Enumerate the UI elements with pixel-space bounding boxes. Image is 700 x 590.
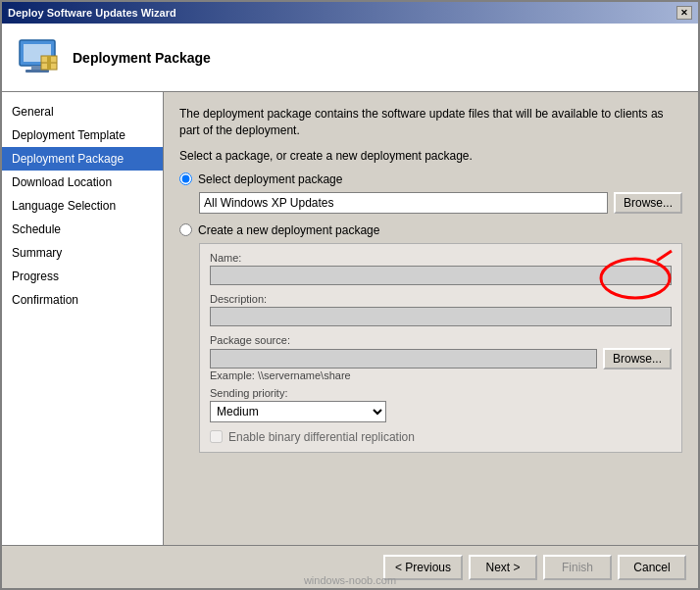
priority-select[interactable]: Low Medium High	[210, 401, 386, 422]
radio-select-label: Select deployment package	[198, 172, 342, 186]
title-bar-controls: ✕	[676, 6, 692, 20]
radio-select-row: Select deployment package	[179, 172, 682, 186]
content-area: General Deployment Template Deployment P…	[2, 92, 698, 545]
description-text: The deployment package contains the soft…	[179, 106, 682, 139]
window-title: Deploy Software Updates Wizard	[8, 7, 176, 19]
sidebar-item-schedule[interactable]: Schedule	[2, 218, 163, 241]
sidebar-item-progress[interactable]: Progress	[2, 265, 163, 288]
checkbox-row: Enable binary differential replication	[210, 430, 672, 444]
sidebar-item-summary[interactable]: Summary	[2, 241, 163, 265]
close-button[interactable]: ✕	[676, 6, 692, 20]
sidebar-item-general[interactable]: General	[2, 100, 163, 123]
description-input[interactable]	[210, 307, 672, 326]
source-input[interactable]	[210, 349, 597, 369]
radio-create-row: Create a new deployment package	[179, 223, 682, 237]
create-section: Name: Description: Package source: Brows…	[199, 243, 682, 453]
sidebar-item-language-selection[interactable]: Language Selection	[2, 194, 163, 218]
svg-rect-6	[47, 56, 51, 70]
watermark: windows-noob.com	[304, 574, 396, 586]
radio-create-label: Create a new deployment package	[198, 223, 379, 237]
binary-diff-label: Enable binary differential replication	[228, 430, 415, 444]
cancel-button[interactable]: Cancel	[618, 555, 686, 580]
previous-button[interactable]: < Previous	[383, 555, 463, 580]
name-input[interactable]	[210, 266, 672, 285]
sending-priority-label: Sending priority:	[210, 387, 672, 399]
main-panel: The deployment package contains the soft…	[164, 92, 698, 545]
sidebar-item-deployment-package[interactable]: Deployment Package	[2, 147, 163, 171]
name-label: Name:	[210, 252, 672, 264]
header-title: Deployment Package	[73, 50, 211, 66]
binary-diff-checkbox[interactable]	[210, 430, 223, 443]
select-prompt: Select a package, or create a new deploy…	[179, 149, 682, 163]
sidebar-item-deployment-template[interactable]: Deployment Template	[2, 123, 163, 147]
footer: < Previous Next > Finish Cancel windows-…	[2, 545, 698, 588]
description-label: Description:	[210, 293, 672, 305]
package-row: Browse...	[199, 192, 682, 214]
sidebar-item-download-location[interactable]: Download Location	[2, 171, 163, 194]
sidebar: General Deployment Template Deployment P…	[2, 92, 164, 545]
finish-button[interactable]: Finish	[543, 555, 612, 580]
header-icon	[14, 34, 61, 81]
header-area: Deployment Package	[2, 24, 698, 92]
radio-create-package[interactable]	[179, 223, 192, 236]
next-button[interactable]: Next >	[469, 555, 537, 580]
browse-button-1[interactable]: Browse...	[614, 192, 682, 214]
main-window: Deploy Software Updates Wizard ✕ Deploym…	[0, 0, 700, 590]
browse-button-2[interactable]: Browse...	[603, 348, 672, 369]
title-bar: Deploy Software Updates Wizard ✕	[2, 2, 698, 24]
package-source-label: Package source:	[210, 334, 672, 346]
example-text: Example: \\servername\share	[210, 369, 672, 381]
package-input[interactable]	[199, 192, 608, 214]
source-row: Browse...	[210, 348, 672, 369]
sidebar-item-confirmation[interactable]: Confirmation	[2, 288, 163, 312]
radio-select-package[interactable]	[179, 172, 192, 185]
